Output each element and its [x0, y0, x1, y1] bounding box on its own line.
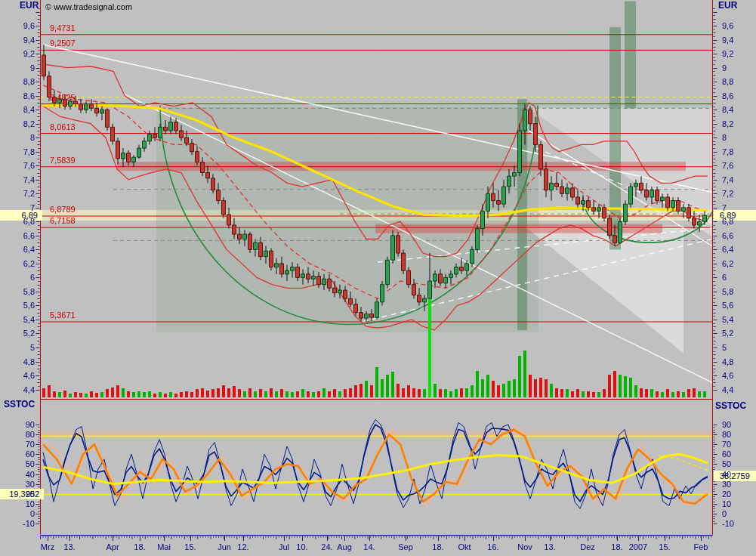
- sstoc-tick-label-left: 70: [0, 440, 35, 449]
- price-tick-label-left: 8,2: [0, 119, 35, 129]
- price-tick-label-left: 9,4: [0, 36, 35, 45]
- price-tick-label-right: 5,4: [722, 315, 733, 325]
- sstoc-tick-label-right: 80: [722, 430, 731, 440]
- price-tick-label-right: 9,4: [722, 36, 733, 45]
- price-tick-label-left: 4,6: [0, 371, 35, 381]
- price-tick-label-right: 5: [722, 343, 727, 353]
- x-axis-label: 15.: [648, 542, 681, 551]
- price-tick-label-right: 4,6: [722, 371, 733, 381]
- price-tick-label-left: 7: [0, 203, 35, 213]
- price-tick-label-right: 7,4: [722, 175, 733, 185]
- price-tick-label-right: 8: [722, 133, 727, 143]
- price-level-label: 8,4825: [50, 93, 76, 103]
- sstoc-tick-label-right: 10: [722, 499, 731, 509]
- price-tick-label-right: 6,6: [722, 231, 733, 241]
- price-tick-label-left: 7,2: [0, 189, 35, 199]
- sstoc-tick-label-right: 40: [722, 470, 731, 480]
- price-tick-label-left: 6,4: [0, 245, 35, 255]
- price-tick-label-right: 7,8: [722, 147, 733, 157]
- price-tick-label-left: 5,4: [0, 315, 35, 325]
- x-axis-label: Dez: [571, 542, 604, 551]
- price-tick-label-left: 5,6: [0, 301, 35, 310]
- x-axis-label: 14.: [353, 542, 386, 551]
- price-tick-label-left: 6,2: [0, 259, 35, 269]
- indicator-label-right: SSTOC: [715, 401, 746, 411]
- price-tick-label-left: 6,8: [0, 217, 35, 227]
- price-tick-label-left: 7,8: [0, 147, 35, 157]
- price-level-label: 9,2507: [50, 39, 76, 48]
- price-tick-label-right: 4,8: [722, 357, 733, 367]
- indicator-label-left: SSTOC: [4, 400, 35, 409]
- price-tick-label-right: 8,6: [722, 91, 733, 101]
- price-level-label: 9,4731: [50, 23, 76, 33]
- price-tick-label-left: 5,8: [0, 287, 35, 297]
- chart-canvas[interactable]: [0, 0, 756, 556]
- price-tick-label-left: 6,6: [0, 231, 35, 241]
- price-tick-label-right: 9: [722, 63, 727, 73]
- price-tick-label-right: 9,6: [722, 21, 733, 31]
- sstoc-tick-label-right: -10: [722, 519, 734, 529]
- price-tick-label-right: 7,6: [722, 161, 733, 171]
- sstoc-tick-label-right: 0: [722, 509, 727, 519]
- x-axis-label: 16.: [477, 542, 510, 551]
- sstoc-tick-label-right: 70: [722, 440, 731, 449]
- price-tick-label-right: 6: [722, 273, 727, 283]
- sstoc-tick-label-left: -10: [0, 519, 35, 529]
- sstoc-tick-label-left: 20: [0, 490, 35, 499]
- x-axis-label: 13.: [533, 542, 566, 551]
- current-price-box-right: 6,89: [714, 210, 756, 221]
- price-level-label: 7,5839: [50, 156, 76, 165]
- x-axis-label: Sep: [389, 542, 422, 551]
- price-tick-label-right: 5,6: [722, 301, 733, 310]
- price-level-label: 5,3671: [50, 310, 76, 320]
- price-level-label: 6,7158: [50, 216, 76, 226]
- price-tick-label-right: 9,2: [722, 49, 733, 59]
- price-tick-label-left: 5: [0, 343, 35, 353]
- price-tick-label-left: 7,4: [0, 175, 35, 185]
- sstoc-tick-label-left: 60: [0, 449, 35, 459]
- price-tick-label-right: 7: [722, 203, 727, 213]
- copyright-text: © www.tradesignal.com: [45, 2, 132, 12]
- price-tick-label-left: 9: [0, 63, 35, 73]
- price-tick-label-right: 5,2: [722, 329, 733, 338]
- price-tick-label-right: 6,2: [722, 259, 733, 269]
- price-tick-label-left: 9,6: [0, 21, 35, 31]
- x-axis-label: Feb: [684, 542, 717, 551]
- price-tick-label-right: 8,8: [722, 77, 733, 87]
- price-tick-label-left: 8,4: [0, 105, 35, 115]
- tradesignal-chart-window: EUR EUR © www.tradesignal.com SSTOC SSTO…: [0, 0, 756, 556]
- price-tick-label-left: 8,6: [0, 91, 35, 101]
- sstoc-tick-label-left: 50: [0, 459, 35, 469]
- price-tick-label-right: 7,2: [722, 189, 733, 199]
- sstoc-value-box-right: 38,2759: [714, 471, 756, 481]
- price-tick-label-left: 4,8: [0, 357, 35, 367]
- sstoc-tick-label-right: 60: [722, 449, 731, 459]
- sstoc-tick-label-left: 10: [0, 499, 35, 509]
- price-tick-label-right: 8,2: [722, 119, 733, 129]
- sstoc-tick-label-left: 30: [0, 480, 35, 490]
- price-tick-label-right: 6,4: [722, 245, 733, 255]
- price-tick-label-right: 5,8: [722, 287, 733, 297]
- price-tick-label-left: 9,2: [0, 49, 35, 59]
- x-axis-label: 12.: [227, 542, 260, 551]
- price-tick-label-left: 6: [0, 273, 35, 283]
- price-tick-label-right: 8,4: [722, 105, 733, 115]
- sstoc-tick-label-left: 0: [0, 509, 35, 519]
- price-tick-label-left: 4,4: [0, 385, 35, 395]
- currency-label-left: EUR: [20, 1, 39, 11]
- x-axis-label: 13.: [53, 542, 86, 551]
- x-axis-label: 15.: [174, 542, 207, 551]
- price-tick-label-left: 5,2: [0, 329, 35, 338]
- sstoc-tick-label-left: 80: [0, 430, 35, 440]
- price-tick-label-left: 7,6: [0, 161, 35, 171]
- price-level-label: 8,0613: [50, 122, 76, 132]
- price-tick-label-right: 6,8: [722, 217, 733, 227]
- sstoc-tick-label-left: 40: [0, 470, 35, 480]
- price-tick-label-right: 4,4: [722, 385, 733, 395]
- sstoc-tick-label-right: 30: [722, 480, 731, 490]
- sstoc-tick-label-right: 20: [722, 490, 731, 499]
- currency-label-right: EUR: [718, 1, 737, 11]
- price-tick-label-left: 8: [0, 133, 35, 143]
- price-tick-label-left: 8,8: [0, 77, 35, 87]
- sstoc-tick-label-right: 90: [722, 420, 731, 430]
